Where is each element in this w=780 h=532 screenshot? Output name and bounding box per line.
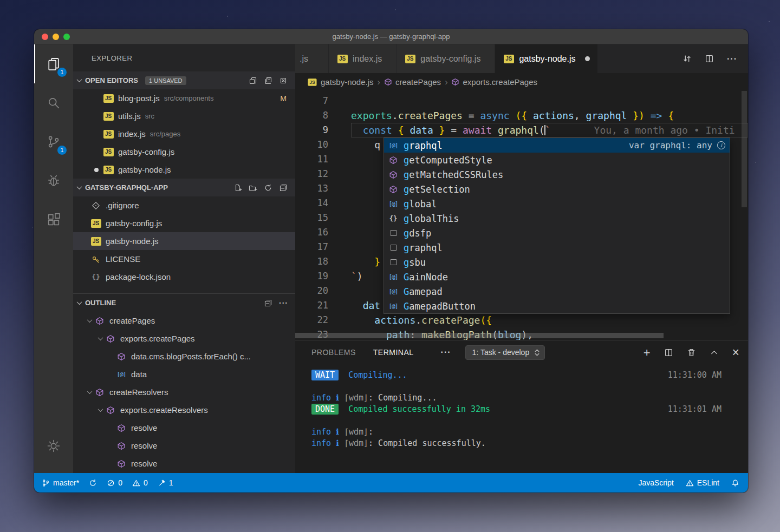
outline-item[interactable]: resolve bbox=[73, 455, 295, 472]
outline-item[interactable]: createPages bbox=[73, 312, 295, 330]
suggest-item[interactable]: [@] global bbox=[384, 196, 730, 211]
breadcrumb-item[interactable]: createPages bbox=[384, 77, 441, 87]
zoom-window-button[interactable] bbox=[63, 34, 70, 40]
open-changes-icon[interactable] bbox=[682, 54, 692, 63]
suggest-item[interactable]: gsbu bbox=[384, 255, 730, 270]
status-1[interactable]: 1 bbox=[158, 478, 173, 487]
refresh-icon[interactable] bbox=[264, 183, 272, 192]
file-tree-item[interactable]: {} package-lock.json bbox=[73, 268, 295, 286]
outline-item[interactable]: exports.createResolvers bbox=[73, 401, 295, 419]
activity-explorer-button[interactable]: 1 bbox=[34, 44, 73, 83]
vertical-scrollbar[interactable] bbox=[742, 91, 747, 207]
breadcrumb-label: exports.createPages bbox=[463, 77, 537, 87]
activity-source-control-button[interactable]: 1 bbox=[34, 122, 73, 161]
more-icon[interactable]: ··· bbox=[727, 54, 737, 64]
activity-bar-items: 1 1 bbox=[34, 44, 73, 239]
suggest-item[interactable]: [@] GamepadButton bbox=[384, 299, 730, 313]
suggest-item[interactable]: {} globalThis bbox=[384, 211, 730, 226]
minimize-window-button[interactable] bbox=[53, 34, 59, 40]
file-tree-item[interactable]: JS gatsby-config.js bbox=[73, 214, 295, 232]
editor-tab[interactable]: JS index.js bbox=[329, 44, 396, 73]
editor-tab[interactable]: .js bbox=[295, 44, 329, 73]
status-0[interactable]: 0 bbox=[132, 478, 148, 487]
horizontal-scrollbar[interactable] bbox=[295, 333, 664, 338]
info-icon[interactable]: i bbox=[717, 141, 725, 149]
new-terminal-icon[interactable]: + bbox=[644, 348, 651, 357]
editor-tab[interactable]: JS gatsby-config.js bbox=[396, 44, 495, 73]
json-file-icon: {} bbox=[92, 273, 100, 281]
terminal-picker[interactable]: 1: Task - develop bbox=[465, 345, 545, 360]
new-file-icon[interactable] bbox=[233, 183, 242, 192]
kill-terminal-icon[interactable] bbox=[687, 348, 696, 357]
editor-tab[interactable]: JS gatsby-node.js bbox=[495, 44, 598, 73]
outline-item[interactable]: [@] data bbox=[73, 365, 295, 383]
status-label: JavaScript bbox=[638, 478, 673, 487]
more-icon[interactable]: ··· bbox=[279, 299, 288, 307]
panel-tab-problems[interactable]: PROBLEMS bbox=[311, 346, 356, 359]
terminal-line bbox=[311, 381, 722, 392]
code-line bbox=[351, 94, 748, 108]
outline-item[interactable]: data.cms.blogPosts.forEach() c... bbox=[73, 347, 295, 365]
split-editor-icon[interactable] bbox=[705, 54, 714, 63]
outline-header[interactable]: OUTLINE ··· bbox=[73, 294, 295, 312]
split-terminal-icon[interactable] bbox=[664, 348, 673, 357]
error-icon bbox=[107, 479, 115, 487]
terminal-output[interactable]: WAIT Compiling...11:31:00 AMinfo ℹ ⌈wdm⌋… bbox=[295, 364, 748, 473]
status-bar-left: master* 0 0 1 bbox=[42, 478, 173, 487]
suggest-item[interactable]: [@] GainNode bbox=[384, 270, 730, 284]
breadcrumb-item[interactable]: JS gatsby-node.js bbox=[307, 77, 374, 87]
title-bar[interactable]: gatsby-node.js — gatsby-graphql-app bbox=[34, 29, 748, 44]
timestamp: 11:31:01 AM bbox=[668, 404, 722, 415]
status-sync[interactable] bbox=[89, 479, 97, 487]
activity-settings-button[interactable] bbox=[34, 426, 73, 465]
suggest-item[interactable]: getComputedStyle bbox=[384, 153, 730, 167]
activity-extensions-button[interactable] bbox=[34, 200, 73, 239]
status-master-[interactable]: master* bbox=[42, 478, 79, 487]
terminal-line: WAIT Compiling...11:31:00 AM bbox=[311, 370, 722, 381]
symbol-cube-icon bbox=[105, 406, 116, 415]
open-editor-item[interactable]: JS blog-post.js src/components M bbox=[73, 89, 295, 107]
suggest-item[interactable]: [@] Gamepad bbox=[384, 284, 730, 299]
outline-item[interactable]: createResolvers bbox=[73, 383, 295, 401]
open-editor-item[interactable]: JS gatsby-node.js bbox=[73, 161, 295, 179]
file-tree-item[interactable]: LICENSE bbox=[73, 250, 295, 268]
status-eslint[interactable]: ESLint bbox=[686, 478, 719, 487]
new-folder-icon[interactable] bbox=[249, 183, 257, 192]
file-tree-item[interactable]: JS gatsby-node.js bbox=[73, 232, 295, 250]
status-javascript[interactable]: JavaScript bbox=[638, 478, 673, 487]
file-name: gatsby-config.js bbox=[106, 219, 162, 228]
open-editors-header[interactable]: OPEN EDITORS 1 UNSAVED bbox=[73, 71, 295, 89]
activity-search-button[interactable] bbox=[34, 83, 73, 122]
close-window-button[interactable] bbox=[42, 34, 48, 40]
suggest-item[interactable]: [@] graphql var graphql: anyi bbox=[384, 138, 730, 153]
code-editor[interactable]: 7891011121314151617181920212223 exports.… bbox=[295, 91, 748, 340]
breadcrumb-item[interactable]: exports.createPages bbox=[451, 77, 537, 87]
suggest-item[interactable]: getSelection bbox=[384, 182, 730, 196]
activity-debug-button[interactable] bbox=[34, 161, 73, 200]
status-0[interactable]: 0 bbox=[107, 478, 122, 487]
suggest-label: graphql bbox=[404, 242, 443, 253]
open-editor-item[interactable]: JS utils.js src bbox=[73, 107, 295, 125]
suggest-item[interactable]: gdsfp bbox=[384, 226, 730, 240]
breadcrumb-separator: › bbox=[445, 77, 447, 87]
close-all-editors-icon[interactable] bbox=[279, 76, 288, 85]
suggest-label: gsbu bbox=[404, 257, 426, 268]
panel-more-icon[interactable]: ··· bbox=[441, 347, 451, 357]
save-all-icon[interactable] bbox=[264, 76, 272, 85]
open-editor-item[interactable]: JS gatsby-config.js bbox=[73, 143, 295, 161]
collapse-all-icon[interactable] bbox=[264, 299, 272, 307]
suggest-item[interactable]: graphql bbox=[384, 240, 730, 255]
outline-item[interactable]: resolve bbox=[73, 437, 295, 455]
file-tree-item[interactable]: .gitignore bbox=[73, 196, 295, 214]
outline-item[interactable]: exports.createPages bbox=[73, 330, 295, 347]
outline-item[interactable]: resolve bbox=[73, 419, 295, 437]
open-editor-item[interactable]: JS index.js src/pages bbox=[73, 125, 295, 143]
collapse-all-icon[interactable] bbox=[279, 183, 288, 192]
suggest-item[interactable]: getMatchedCSSRules bbox=[384, 167, 730, 182]
status-bell[interactable] bbox=[731, 479, 739, 487]
panel-tab-terminal[interactable]: TERMINAL bbox=[373, 346, 414, 359]
project-header[interactable]: GATSBY-GRAPHQL-APP bbox=[73, 179, 295, 196]
maximize-panel-icon[interactable] bbox=[710, 348, 719, 357]
toggle-editor-layout-icon[interactable] bbox=[249, 76, 257, 85]
close-panel-icon[interactable]: × bbox=[732, 348, 739, 357]
